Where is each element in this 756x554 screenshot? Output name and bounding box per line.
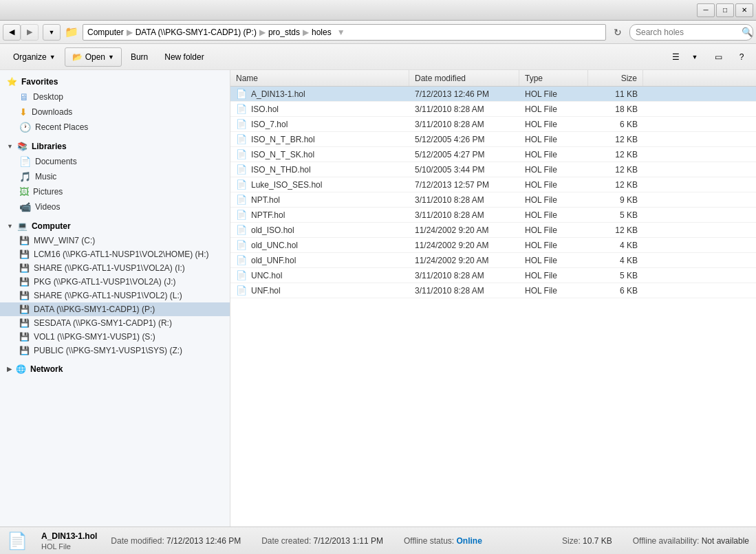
- file-type-cell: HOL File: [519, 238, 588, 252]
- sidebar-item-desktop[interactable]: 🖥 Desktop: [0, 89, 230, 104]
- file-name-cell: 📄 ISO_N_T_BR.hol: [230, 132, 409, 146]
- file-type-cell: HOL File: [519, 177, 588, 192]
- search-input[interactable]: [636, 27, 739, 37]
- table-row[interactable]: 📄 old_UNC.hol 11/24/2002 9:20 AM HOL Fil…: [230, 238, 756, 253]
- new-folder-button[interactable]: New folder: [157, 47, 211, 67]
- forward-button[interactable]: ▶: [21, 24, 39, 41]
- drive-c-icon: 💾: [19, 236, 30, 245]
- sidebar-item-drive-s[interactable]: 💾 VOL1 (\\PKG-SMY1-VUSP1) (S:): [0, 330, 230, 344]
- file-size-cell: 12 KB: [588, 147, 643, 162]
- main-area: ⭐ Favorites 🖥 Desktop ⬇ Downloads 🕐 Rece…: [0, 70, 756, 527]
- sidebar-item-documents[interactable]: 📄 Documents: [0, 154, 230, 169]
- drive-z-label: PUBLIC (\\PKG-SMY1-VUSP1\SYS) (Z:): [34, 346, 182, 355]
- sidebar-item-drive-h[interactable]: 💾 LCM16 (\\PKG-ATL1-NUSP1\VOL2\HOME) (H:…: [0, 247, 230, 261]
- file-name-cell: 📄 Luke_ISO_SES.hol: [230, 177, 409, 192]
- sidebar-item-videos[interactable]: 📹 Videos: [0, 199, 230, 214]
- view-button[interactable]: ☰: [667, 48, 684, 66]
- recent-label: Recent Places: [35, 122, 88, 132]
- drive-p-label: DATA (\\PKG-SMY1-CADP1) (P:): [34, 304, 155, 314]
- table-row[interactable]: 📄 ISO_N_THD.hol 5/10/2005 3:44 PM HOL Fi…: [230, 162, 756, 177]
- recent-icon: 🕐: [19, 122, 31, 133]
- sidebar-item-downloads[interactable]: ⬇ Downloads: [0, 104, 230, 120]
- refresh-button[interactable]: ↻: [609, 24, 627, 41]
- network-section[interactable]: ▶ 🌐 Network: [0, 362, 230, 377]
- file-size-cell: 4 KB: [588, 253, 643, 267]
- sidebar-item-pictures[interactable]: 🖼 Pictures: [0, 184, 230, 199]
- table-row[interactable]: 📄 A_DIN13-1.hol 7/12/2013 12:46 PM HOL F…: [230, 87, 756, 102]
- desktop-icon: 🖥: [19, 91, 29, 102]
- sidebar-item-music[interactable]: 🎵 Music: [0, 169, 230, 184]
- documents-label: Documents: [35, 157, 77, 166]
- breadcrumb-holes[interactable]: holes: [312, 27, 332, 37]
- file-size-cell: 12 KB: [588, 223, 643, 237]
- file-icon: 📄: [236, 240, 247, 250]
- table-row[interactable]: 📄 ISO_N_T_SK.hol 5/12/2005 4:27 PM HOL F…: [230, 147, 756, 162]
- table-row[interactable]: 📄 old_ISO.hol 11/24/2002 9:20 AM HOL Fil…: [230, 223, 756, 238]
- file-name-cell: 📄 ISO_N_T_SK.hol: [230, 147, 409, 162]
- file-name-cell: 📄 A_DIN13-1.hol: [230, 87, 409, 101]
- file-icon: 📄: [236, 179, 247, 190]
- downloads-label: Downloads: [32, 107, 72, 117]
- search-icon[interactable]: 🔍: [742, 27, 753, 37]
- search-bar[interactable]: 🔍: [629, 24, 753, 41]
- network-label: Network: [30, 364, 63, 374]
- sidebar-item-drive-c[interactable]: 💾 MWV_WIN7 (C:): [0, 234, 230, 247]
- file-icon: 📄: [236, 225, 247, 235]
- favorites-label: Favorites: [21, 77, 58, 87]
- recent-locations-button[interactable]: ▼: [43, 24, 61, 41]
- drive-i-label: SHARE (\\PKG-ATL1-VUSP1\VOL2A) (I:): [34, 263, 185, 273]
- computer-section[interactable]: ▼ 💻 Computer: [0, 219, 230, 234]
- sidebar-item-drive-r[interactable]: 💾 SESDATA (\\PKG-SMY1-CADP1) (R:): [0, 316, 230, 330]
- libraries-section[interactable]: ▼ 📚 Libraries: [0, 139, 230, 154]
- table-row[interactable]: 📄 NPT.hol 3/11/2010 8:28 AM HOL File 9 K…: [230, 192, 756, 208]
- open-button[interactable]: 📂 Open ▼: [65, 47, 122, 67]
- file-name: ISO_N_T_BR.hol: [251, 135, 315, 144]
- file-date-cell: 5/12/2005 4:26 PM: [409, 132, 519, 146]
- table-row[interactable]: 📄 ISO_N_T_BR.hol 5/12/2005 4:26 PM HOL F…: [230, 132, 756, 147]
- table-row[interactable]: 📄 ISO.hol 3/11/2010 8:28 AM HOL File 18 …: [230, 102, 756, 117]
- open-icon: 📂: [72, 52, 83, 62]
- sidebar-item-recent[interactable]: 🕐 Recent Places: [0, 120, 230, 135]
- sidebar-item-drive-l[interactable]: 💾 SHARE (\\PKG-ATL1-NUSP1\VOL2) (L:): [0, 289, 230, 302]
- close-button[interactable]: ✕: [735, 3, 753, 17]
- table-row[interactable]: 📄 UNF.hol 3/11/2010 8:28 AM HOL File 6 K…: [230, 283, 756, 298]
- table-row[interactable]: 📄 NPTF.hol 3/11/2010 8:28 AM HOL File 5 …: [230, 208, 756, 223]
- preview-pane-button[interactable]: ▭: [709, 48, 727, 66]
- header-date[interactable]: Date modified: [409, 70, 519, 86]
- minimize-button[interactable]: ─: [697, 3, 715, 17]
- sidebar-item-drive-i[interactable]: 💾 SHARE (\\PKG-ATL1-VUSP1\VOL2A) (I:): [0, 261, 230, 275]
- table-row[interactable]: 📄 old_UNF.hol 11/24/2002 9:20 AM HOL Fil…: [230, 253, 756, 268]
- table-row[interactable]: 📄 Luke_ISO_SES.hol 7/12/2013 12:57 PM HO…: [230, 177, 756, 192]
- breadcrumb-bar[interactable]: Computer ▶ DATA (\\PKG-SMY1-CADP1) (P:) …: [83, 24, 606, 41]
- file-date-cell: 3/11/2010 8:28 AM: [409, 268, 519, 282]
- breadcrumb-pro-stds[interactable]: pro_stds: [268, 27, 300, 37]
- breadcrumb-data-drive[interactable]: DATA (\\PKG-SMY1-CADP1) (P:): [136, 27, 257, 37]
- libraries-label: Libraries: [32, 142, 67, 151]
- burn-button[interactable]: Burn: [123, 47, 155, 67]
- sidebar-item-drive-j[interactable]: 💾 PKG (\\PKG-ATL1-VUSP1\VOL2A) (J:): [0, 275, 230, 289]
- table-row[interactable]: 📄 ISO_7.hol 3/11/2010 8:28 AM HOL File 6…: [230, 117, 756, 132]
- organize-button[interactable]: Organize ▼: [6, 47, 63, 67]
- drive-l-icon: 💾: [19, 291, 30, 300]
- file-icon: 📄: [236, 255, 247, 265]
- sidebar-item-drive-p[interactable]: 💾 DATA (\\PKG-SMY1-CADP1) (P:): [0, 302, 230, 316]
- breadcrumb-dropdown-arrow[interactable]: ▼: [337, 27, 345, 37]
- file-icon: 📄: [236, 104, 247, 114]
- sidebar-item-drive-z[interactable]: 💾 PUBLIC (\\PKG-SMY1-VUSP1\SYS) (Z:): [0, 344, 230, 357]
- favorites-section[interactable]: ⭐ Favorites: [0, 74, 230, 89]
- help-button[interactable]: ?: [733, 48, 750, 66]
- filelist: Name Date modified Type Size 📄 A_DIN13-1…: [230, 70, 756, 527]
- maximize-button[interactable]: □: [716, 3, 734, 17]
- status-file-icon: 📄: [7, 531, 28, 551]
- back-button[interactable]: ◀: [3, 24, 21, 41]
- header-type[interactable]: Type: [519, 70, 588, 86]
- view-arrow-button[interactable]: ▼: [686, 48, 704, 66]
- header-name[interactable]: Name: [230, 70, 409, 86]
- file-size-cell: 12 KB: [588, 162, 643, 177]
- file-date-cell: 5/10/2005 3:44 PM: [409, 162, 519, 177]
- breadcrumb-computer[interactable]: Computer: [87, 27, 124, 37]
- file-name: ISO.hol: [251, 104, 279, 114]
- header-size[interactable]: Size: [588, 70, 643, 86]
- table-row[interactable]: 📄 UNC.hol 3/11/2010 8:28 AM HOL File 5 K…: [230, 268, 756, 283]
- drive-h-icon: 💾: [19, 250, 30, 259]
